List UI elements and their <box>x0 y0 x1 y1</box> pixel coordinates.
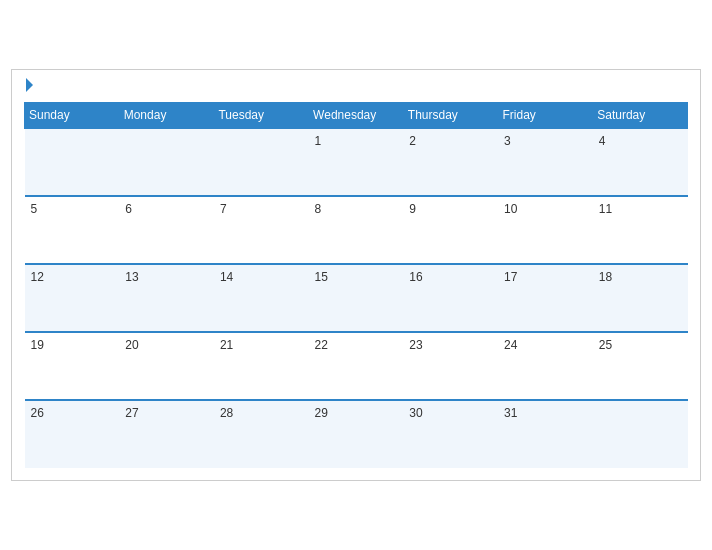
weekday-header-friday: Friday <box>498 103 593 129</box>
day-number: 17 <box>504 270 517 284</box>
calendar-thead: SundayMondayTuesdayWednesdayThursdayFrid… <box>25 103 688 129</box>
day-number: 22 <box>315 338 328 352</box>
day-number: 5 <box>31 202 38 216</box>
day-number: 24 <box>504 338 517 352</box>
calendar-body: 1234567891011121314151617181920212223242… <box>25 128 688 468</box>
day-number: 6 <box>125 202 132 216</box>
calendar-week-row: 262728293031 <box>25 400 688 468</box>
calendar-day-cell: 22 <box>309 332 404 400</box>
calendar-day-cell: 3 <box>498 128 593 196</box>
weekday-header-sunday: Sunday <box>25 103 120 129</box>
day-number: 25 <box>599 338 612 352</box>
calendar-day-cell: 16 <box>403 264 498 332</box>
calendar-day-cell: 13 <box>119 264 214 332</box>
day-number: 15 <box>315 270 328 284</box>
calendar-day-cell: 23 <box>403 332 498 400</box>
calendar-day-cell: 15 <box>309 264 404 332</box>
calendar-day-cell: 7 <box>214 196 309 264</box>
calendar-day-cell: 29 <box>309 400 404 468</box>
day-number: 21 <box>220 338 233 352</box>
calendar-day-cell: 20 <box>119 332 214 400</box>
day-number: 13 <box>125 270 138 284</box>
day-number: 28 <box>220 406 233 420</box>
calendar-day-cell <box>214 128 309 196</box>
weekday-header-monday: Monday <box>119 103 214 129</box>
weekday-header-saturday: Saturday <box>593 103 688 129</box>
calendar-day-cell: 6 <box>119 196 214 264</box>
day-number: 30 <box>409 406 422 420</box>
calendar-week-row: 1234 <box>25 128 688 196</box>
day-number: 9 <box>409 202 416 216</box>
calendar-day-cell: 19 <box>25 332 120 400</box>
day-number: 10 <box>504 202 517 216</box>
day-number: 29 <box>315 406 328 420</box>
day-number: 14 <box>220 270 233 284</box>
calendar-day-cell: 2 <box>403 128 498 196</box>
day-number: 27 <box>125 406 138 420</box>
day-number: 11 <box>599 202 612 216</box>
calendar-day-cell: 26 <box>25 400 120 468</box>
calendar-week-row: 12131415161718 <box>25 264 688 332</box>
calendar-day-cell: 27 <box>119 400 214 468</box>
calendar-day-cell: 18 <box>593 264 688 332</box>
calendar-day-cell: 4 <box>593 128 688 196</box>
day-number: 18 <box>599 270 612 284</box>
calendar-day-cell: 14 <box>214 264 309 332</box>
calendar-week-row: 567891011 <box>25 196 688 264</box>
weekday-header-tuesday: Tuesday <box>214 103 309 129</box>
calendar-day-cell: 24 <box>498 332 593 400</box>
calendar-header <box>24 80 688 94</box>
calendar-day-cell <box>25 128 120 196</box>
calendar-day-cell: 17 <box>498 264 593 332</box>
weekday-header-wednesday: Wednesday <box>309 103 404 129</box>
day-number: 23 <box>409 338 422 352</box>
calendar-day-cell <box>119 128 214 196</box>
weekday-header-row: SundayMondayTuesdayWednesdayThursdayFrid… <box>25 103 688 129</box>
calendar-day-cell: 31 <box>498 400 593 468</box>
day-number: 16 <box>409 270 422 284</box>
day-number: 19 <box>31 338 44 352</box>
calendar-day-cell: 8 <box>309 196 404 264</box>
calendar-container: SundayMondayTuesdayWednesdayThursdayFrid… <box>11 69 701 481</box>
day-number: 2 <box>409 134 416 148</box>
day-number: 31 <box>504 406 517 420</box>
calendar-week-row: 19202122232425 <box>25 332 688 400</box>
day-number: 26 <box>31 406 44 420</box>
calendar-day-cell: 12 <box>25 264 120 332</box>
day-number: 8 <box>315 202 322 216</box>
day-number: 12 <box>31 270 44 284</box>
calendar-day-cell <box>593 400 688 468</box>
calendar-day-cell: 25 <box>593 332 688 400</box>
calendar-day-cell: 28 <box>214 400 309 468</box>
logo <box>24 80 33 94</box>
calendar-grid: SundayMondayTuesdayWednesdayThursdayFrid… <box>24 102 688 468</box>
calendar-day-cell: 1 <box>309 128 404 196</box>
calendar-day-cell: 5 <box>25 196 120 264</box>
day-number: 4 <box>599 134 606 148</box>
calendar-day-cell: 21 <box>214 332 309 400</box>
day-number: 7 <box>220 202 227 216</box>
day-number: 20 <box>125 338 138 352</box>
calendar-day-cell: 30 <box>403 400 498 468</box>
day-number: 1 <box>315 134 322 148</box>
day-number: 3 <box>504 134 511 148</box>
calendar-day-cell: 11 <box>593 196 688 264</box>
logo-arrow-icon <box>26 78 33 92</box>
weekday-header-thursday: Thursday <box>403 103 498 129</box>
calendar-day-cell: 10 <box>498 196 593 264</box>
calendar-day-cell: 9 <box>403 196 498 264</box>
